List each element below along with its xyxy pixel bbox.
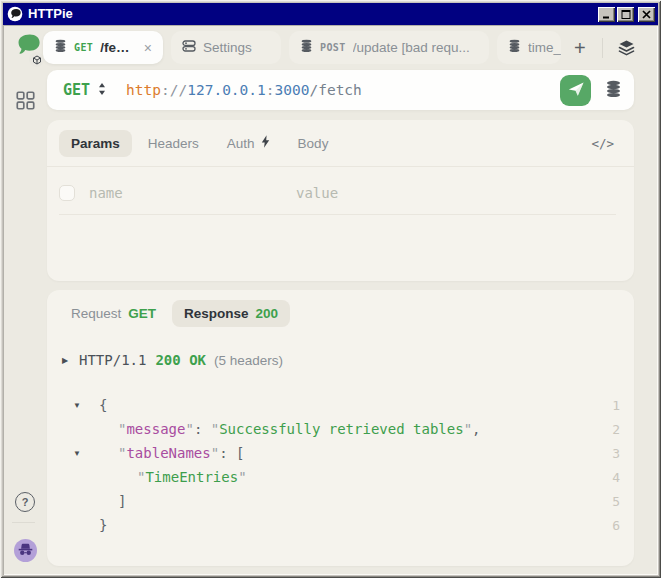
tab-post-update[interactable]: POST /update [bad requ... xyxy=(289,31,489,64)
new-tab-button[interactable]: + xyxy=(569,38,591,58)
json-line-code: ] xyxy=(99,493,590,509)
response-panel: Request GET Response 200 ▶ HTTP/1.1 200 … xyxy=(47,290,634,566)
paper-plane-icon xyxy=(567,80,585,101)
account-avatar[interactable] xyxy=(14,539,37,562)
url-port: 3000 xyxy=(275,82,310,98)
lightning-bolt-icon xyxy=(261,135,270,151)
request-tab-label: Request xyxy=(71,306,121,321)
tab-method: GET xyxy=(74,42,93,53)
tab-body[interactable]: Body xyxy=(286,130,341,157)
rail-divider xyxy=(12,522,35,523)
status-code: 200 OK xyxy=(155,352,206,368)
line-number: 2 xyxy=(590,422,634,437)
tab-request[interactable]: Request GET xyxy=(59,300,168,327)
method-selector[interactable]: GET xyxy=(59,81,110,99)
response-panel-tabs: Request GET Response 200 xyxy=(59,298,620,328)
response-body: ▼ { 1 "message": "Successfully retrieved… xyxy=(47,393,634,537)
url-scheme: http xyxy=(126,82,161,98)
line-number: 5 xyxy=(590,494,634,509)
tab-label: Settings xyxy=(203,40,252,55)
line-number: 4 xyxy=(590,470,634,485)
left-sidebar: ? xyxy=(3,25,43,575)
param-name-input[interactable] xyxy=(87,184,294,202)
json-line: "message": "Successfully retrieved table… xyxy=(47,417,634,441)
tab-method: POST xyxy=(320,42,346,53)
tab-get-fetch[interactable]: GET /fetch × xyxy=(43,31,163,64)
tab-label: /fetch xyxy=(100,40,134,55)
url-path: /fetch xyxy=(309,82,361,98)
json-line: ] 5 xyxy=(47,489,634,513)
database-stack-icon xyxy=(300,39,313,56)
maximize-button[interactable] xyxy=(617,7,634,22)
line-number: 6 xyxy=(590,518,634,533)
request-editor-tabs: Params Headers Auth Body </> xyxy=(59,128,620,158)
json-line: ▼ "tableNames": [ 3 xyxy=(47,441,634,465)
fold-toggle-icon[interactable]: ▼ xyxy=(47,401,99,410)
tab-auth[interactable]: Auth xyxy=(215,129,282,157)
line-number: 3 xyxy=(590,446,634,461)
json-line-code: { xyxy=(99,397,590,413)
httpie-window-icon xyxy=(7,6,23,22)
line-number: 1 xyxy=(590,398,634,413)
param-row xyxy=(59,171,616,215)
url-host: 127.0.0.1 xyxy=(187,82,266,98)
code-view-toggle[interactable]: </> xyxy=(585,135,620,152)
close-button[interactable] xyxy=(638,7,655,22)
tab-response[interactable]: Response 200 xyxy=(172,300,290,327)
minimize-button[interactable] xyxy=(598,7,615,22)
tab-label: /update [bad requ... xyxy=(353,40,470,55)
database-stack-icon xyxy=(508,39,521,56)
response-status-line: ▶ HTTP/1.1 200 OK (5 headers) xyxy=(62,350,620,370)
environment-cube-icon[interactable] xyxy=(29,52,44,67)
title-bar: HTTPie xyxy=(3,3,658,25)
request-editor-panel: Params Headers Auth Body </> xyxy=(47,120,634,281)
close-tab-icon[interactable]: × xyxy=(144,40,152,56)
method-value: GET xyxy=(63,81,90,99)
json-line-code: "tableNames": [ xyxy=(99,445,590,461)
param-enabled-checkbox[interactable] xyxy=(59,185,75,201)
sessions-database-icon[interactable] xyxy=(602,80,625,101)
json-line-code: "message": "Successfully retrieved table… xyxy=(99,421,590,437)
database-stack-icon xyxy=(54,39,67,56)
request-tab-method: GET xyxy=(128,306,156,321)
panel-divider xyxy=(47,166,634,167)
json-line: } 6 xyxy=(47,513,634,537)
tab-params[interactable]: Params xyxy=(59,130,132,157)
send-button[interactable] xyxy=(560,75,591,106)
tab-time[interactable]: time_ xyxy=(497,31,561,64)
url-input[interactable]: http://127.0.0.1:3000/fetch xyxy=(126,82,560,98)
app-window: HTTPie ? xyxy=(0,0,661,578)
tab-auth-label: Auth xyxy=(227,136,255,151)
response-tab-label: Response xyxy=(184,306,249,321)
response-status-badge: 200 xyxy=(256,306,279,321)
protocol: HTTP/1.1 xyxy=(79,352,146,368)
json-line: "TimeEntries" 4 xyxy=(47,465,634,489)
headers-count: (5 headers) xyxy=(214,353,283,368)
up-down-arrows-icon xyxy=(98,81,106,99)
tab-bar: GET /fetch × Settings POST /update [bad … xyxy=(43,31,639,64)
tab-bar-divider xyxy=(602,38,603,58)
tab-settings[interactable]: Settings xyxy=(171,31,281,64)
tab-label: time_ xyxy=(528,40,561,55)
layers-icon[interactable] xyxy=(614,37,639,59)
request-url-bar: GET http://127.0.0.1:3000/fetch xyxy=(47,70,634,110)
url-port-separator: : xyxy=(266,82,275,98)
fold-toggle-icon[interactable]: ▼ xyxy=(47,449,99,458)
app-client-area: ? GET /fetch × Settings POST /update [ba… xyxy=(3,25,658,575)
param-value-input[interactable] xyxy=(294,184,616,202)
json-line-code: "TimeEntries" xyxy=(99,469,590,485)
json-line: ▼ { 1 xyxy=(47,393,634,417)
json-line-code: } xyxy=(99,517,590,533)
window-title: HTTPie xyxy=(28,3,593,25)
help-icon[interactable]: ? xyxy=(15,492,35,512)
url-separator: :// xyxy=(161,82,187,98)
apps-grid-icon[interactable] xyxy=(15,91,35,111)
server-icon xyxy=(182,39,196,56)
tab-headers[interactable]: Headers xyxy=(136,130,211,157)
headers-fold-icon[interactable]: ▶ xyxy=(62,356,79,365)
